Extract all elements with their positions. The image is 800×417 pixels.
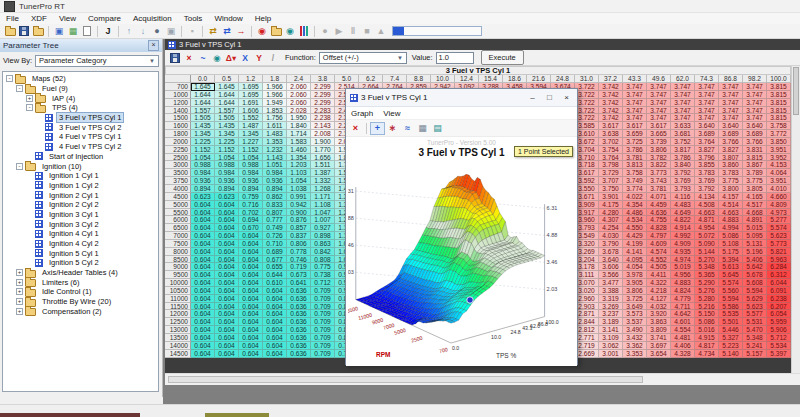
- grid-cell[interactable]: 3.775: [719, 177, 743, 185]
- grid-cell[interactable]: 3.747: [719, 114, 743, 122]
- row-header[interactable]: 2250: [165, 146, 191, 154]
- grid-cell[interactable]: 1.354: [287, 154, 311, 162]
- grid-cell[interactable]: 4.660: [767, 193, 791, 201]
- grid-cell[interactable]: 0.604: [215, 350, 239, 358]
- grid-cell[interactable]: 5.623: [767, 232, 791, 240]
- grid-cell[interactable]: 5.501: [719, 318, 743, 326]
- grid-cell[interactable]: 3.617: [575, 169, 599, 177]
- col-header[interactable]: 31.0: [575, 75, 599, 83]
- grid-cell[interactable]: 5.196: [743, 248, 767, 256]
- grid-cell[interactable]: 3.747: [623, 99, 647, 107]
- row-header[interactable]: 2500: [165, 154, 191, 162]
- tree-expander-icon[interactable]: +: [16, 279, 23, 286]
- menu-xdf[interactable]: XDF: [25, 14, 53, 23]
- grid-cell[interactable]: 3.640: [695, 122, 719, 130]
- col-header[interactable]: 24.8: [551, 75, 575, 83]
- function-select[interactable]: Offset (+/-) ▼: [319, 52, 407, 64]
- grid-cell[interactable]: 3.237: [599, 310, 623, 318]
- grid-cell[interactable]: 0.604: [215, 232, 239, 240]
- grid-cell[interactable]: 1.511: [311, 161, 335, 169]
- col-header[interactable]: 12.4: [455, 75, 479, 83]
- grid-cell[interactable]: 1.203: [287, 161, 311, 169]
- grid-cell[interactable]: 0.636: [287, 334, 311, 342]
- grid-cell[interactable]: 4.481: [671, 334, 695, 342]
- grid-cell[interactable]: 5.216: [695, 303, 719, 311]
- grid-cell[interactable]: 0.604: [191, 295, 215, 303]
- row-header[interactable]: 4500: [165, 193, 191, 201]
- grid-cell[interactable]: 0.709: [311, 350, 335, 358]
- grid-cell[interactable]: 0.716: [239, 201, 263, 209]
- tree-expander-icon[interactable]: -: [6, 75, 13, 82]
- grid-cell[interactable]: 3.747: [623, 107, 647, 115]
- bars-3d-icon[interactable]: ▤: [430, 122, 445, 135]
- grid-cell[interactable]: 0.894: [191, 185, 215, 193]
- grid-cell[interactable]: 3.388: [599, 287, 623, 295]
- grid-cell[interactable]: 0.984: [239, 169, 263, 177]
- grid-cell[interactable]: 5.072: [695, 232, 719, 240]
- menu-help[interactable]: Help: [249, 14, 277, 23]
- grid-cell[interactable]: 0.604: [263, 350, 287, 358]
- disabled-icon[interactable]: ▪: [185, 25, 199, 38]
- save-icon[interactable]: [17, 25, 31, 38]
- row-header[interactable]: 13000: [165, 326, 191, 334]
- grid-cell[interactable]: 4.809: [767, 201, 791, 209]
- grid-cell[interactable]: 0.604: [191, 342, 215, 350]
- grid-cell[interactable]: 3.697: [647, 342, 671, 350]
- grid-cell[interactable]: 3.722: [575, 107, 599, 115]
- grid-cell[interactable]: 1.552: [239, 114, 263, 122]
- grid-cell[interactable]: 4.517: [743, 201, 767, 209]
- scatter-icon[interactable]: ∗: [385, 122, 400, 135]
- grid-cell[interactable]: 3.269: [575, 248, 599, 256]
- grid-cell[interactable]: 4.663: [719, 209, 743, 217]
- grid-cell[interactable]: 2.238: [311, 114, 335, 122]
- emulate-icon[interactable]: ▦: [66, 25, 80, 38]
- grid-cell[interactable]: 3.796: [695, 154, 719, 162]
- grid-cell[interactable]: 1.007: [311, 216, 335, 224]
- grid-cell[interactable]: 3.204: [575, 256, 599, 264]
- grid-cell[interactable]: 0.604: [239, 303, 263, 311]
- grid-cell[interactable]: 2.060: [287, 83, 311, 91]
- grid-cell[interactable]: 3.951: [767, 177, 791, 185]
- col-header[interactable]: 49.6: [647, 75, 671, 83]
- close-button[interactable]: ×: [558, 91, 575, 104]
- grid-cell[interactable]: 3.432: [623, 334, 647, 342]
- grid-cell[interactable]: 1.387: [311, 169, 335, 177]
- row-header[interactable]: 10000: [165, 279, 191, 287]
- grid-cell[interactable]: 1.152: [239, 146, 263, 154]
- grid-cell[interactable]: 4.514: [719, 201, 743, 209]
- grid-cell[interactable]: 3.319: [599, 295, 623, 303]
- tree-expander-icon[interactable]: +: [16, 308, 23, 315]
- grid-cell[interactable]: 3.649: [623, 303, 647, 311]
- grid-cell[interactable]: 0.709: [311, 342, 335, 350]
- col-header[interactable]: 5.0: [335, 75, 359, 83]
- grid-cell[interactable]: 6.312: [767, 271, 791, 279]
- col-header[interactable]: 21.6: [527, 75, 551, 83]
- grid-cell[interactable]: 5.678: [743, 271, 767, 279]
- grid-cell[interactable]: 0.876: [287, 216, 311, 224]
- grid-cell[interactable]: 4.354: [623, 201, 647, 209]
- grid-cell[interactable]: 4.127: [647, 295, 671, 303]
- close-map-icon[interactable]: ×: [182, 51, 196, 64]
- grid-cell[interactable]: 4.822: [671, 216, 695, 224]
- grid-cell[interactable]: 4.636: [647, 209, 671, 217]
- acquisition-progress[interactable]: [388, 25, 482, 38]
- grid-cell[interactable]: 3.747: [647, 114, 671, 122]
- row-header[interactable]: 3500: [165, 169, 191, 177]
- grid-cell[interactable]: 3.722: [575, 99, 599, 107]
- grid-cell[interactable]: 0.636: [287, 310, 311, 318]
- grid-cell[interactable]: 1.435: [191, 122, 215, 130]
- grid-cell[interactable]: 3.750: [599, 185, 623, 193]
- grid-cell[interactable]: 4.554: [671, 326, 695, 334]
- col-header[interactable]: 74.3: [695, 75, 719, 83]
- grid-cell[interactable]: 0.604: [191, 287, 215, 295]
- col-header[interactable]: 6.2: [359, 75, 383, 83]
- grid-cell[interactable]: 2.299: [311, 91, 335, 99]
- connect-tool-icon[interactable]: J: [101, 25, 115, 38]
- grid-cell[interactable]: 5.086: [695, 318, 719, 326]
- grid-cell[interactable]: 1.460: [287, 146, 311, 154]
- grid-cell[interactable]: 1.853: [263, 107, 287, 115]
- grid-cell[interactable]: 0.759: [239, 193, 263, 201]
- grid-cell[interactable]: 3.766: [743, 138, 767, 146]
- grid-cell[interactable]: 0.894: [239, 185, 263, 193]
- grid-cell[interactable]: 3.786: [671, 154, 695, 162]
